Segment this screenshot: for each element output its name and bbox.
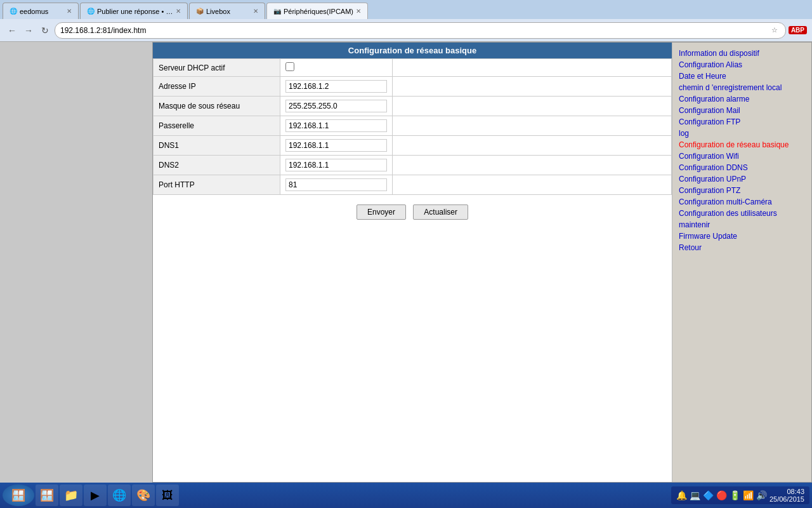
form-input-cell (280, 136, 393, 156)
signal-icon[interactable]: 📶 (743, 490, 754, 491)
sidebar-link[interactable]: Configuration alarme (679, 93, 805, 105)
taskbar-icon-0[interactable]: 🪟 (36, 485, 58, 491)
form-input-1[interactable] (285, 80, 387, 93)
abp-badge[interactable]: ABP (789, 26, 807, 34)
sidebar-link[interactable]: Information du dispositif (679, 48, 805, 59)
bookmark-star-icon[interactable]: ☆ (769, 25, 780, 36)
taskbar: 🪟 🪟📁▶🌐🎨🖼 🔔 💻 🔷 🔴 🔋 📶 🔊 08:43 25/06/2015 (0, 483, 812, 491)
browser-tab-tab4[interactable]: 📷 Périphériques(IPCAM) ✕ (266, 3, 368, 19)
taskbar-icon-3[interactable]: 🌐 (108, 485, 131, 491)
volume-icon[interactable]: 🔊 (756, 490, 767, 491)
form-input-2[interactable] (285, 100, 387, 112)
form-label: DNS2 (154, 156, 280, 175)
tab-close-icon[interactable]: ✕ (67, 8, 72, 15)
form-title: Configuration de réseau basique (153, 43, 672, 58)
form-input-5[interactable] (285, 159, 387, 171)
taskbar-icon-5[interactable]: 🖼 (156, 485, 179, 491)
sidebar-link[interactable]: Date et Heure (679, 70, 805, 82)
form-input-6[interactable] (285, 178, 387, 191)
taskbar-icon-2[interactable]: ▶ (84, 485, 107, 491)
main-area: Configuration de réseau basique Serveur … (152, 42, 812, 483)
form-extra-cell (393, 175, 672, 195)
battery-icon[interactable]: 🔋 (730, 490, 740, 491)
form-extra-cell (393, 116, 672, 136)
form-row: Adresse IP (154, 77, 672, 97)
form-input-cell (280, 97, 393, 116)
form-input-cell (280, 175, 393, 195)
dhcp-checkbox[interactable] (285, 62, 294, 71)
clock-area: 08:43 25/06/2015 (769, 488, 804, 491)
taskbar-icon-1[interactable]: 📁 (60, 485, 82, 491)
form-label: Adresse IP (154, 77, 280, 97)
browser-tab-tab2[interactable]: 🌐 Publier une réponse • For... ✕ (80, 3, 188, 19)
browser-tab-tab1[interactable]: 🌐 eedomus ✕ (3, 3, 79, 19)
start-button[interactable]: 🪟 (3, 485, 34, 491)
sidebar-link[interactable]: Configuration Mail (679, 105, 805, 116)
form-extra-cell (393, 97, 672, 116)
left-spacer (0, 42, 152, 483)
antivirus-icon[interactable]: 🔴 (716, 490, 727, 491)
tab-label: Livebox (206, 8, 230, 15)
form-label: DNS1 (154, 136, 280, 156)
form-extra-cell (393, 77, 672, 97)
sidebar-link[interactable]: Configuration multi-Caméra (679, 196, 805, 208)
address-box: ☆ (55, 22, 786, 39)
back-button[interactable]: ← (5, 23, 19, 37)
sidebar-link[interactable]: Configuration PTZ (679, 185, 805, 196)
tab-label: Périphériques(IPCAM) (284, 8, 353, 15)
address-bar-row: ← → ↻ ☆ ABP (0, 19, 812, 42)
sidebar-link[interactable]: Configuration des utilisateurs (679, 208, 805, 219)
form-label: Passerelle (154, 116, 280, 136)
sidebar: Information du dispositifConfiguration A… (672, 43, 811, 482)
form-row: Serveur DHCP actif (154, 59, 672, 77)
tab-favicon: 🌐 (87, 8, 95, 15)
sidebar-link[interactable]: Configuration Wifi (679, 150, 805, 162)
forward-button[interactable]: → (22, 23, 36, 37)
tab-favicon: 📷 (273, 8, 281, 15)
tab-close-icon[interactable]: ✕ (253, 8, 258, 15)
tab-bar: 🌐 eedomus ✕ 🌐 Publier une réponse • For.… (0, 0, 812, 19)
notification-icon[interactable]: 🔔 (676, 490, 687, 491)
form-input-cell (280, 59, 393, 77)
time-display: 08:43 (787, 488, 804, 491)
sidebar-link[interactable]: Configuration DDNS (679, 162, 805, 173)
reload-button[interactable]: ↻ (38, 23, 52, 37)
form-label: Port HTTP (154, 175, 280, 195)
form-label: Serveur DHCP actif (154, 59, 280, 77)
address-input[interactable] (60, 26, 769, 35)
sidebar-link[interactable]: Firmware Update (679, 231, 805, 242)
browser-chrome: 🌐 eedomus ✕ 🌐 Publier une réponse • For.… (0, 0, 812, 42)
browser-tab-tab3[interactable]: 📦 Livebox ✕ (189, 3, 265, 19)
tab-close-icon[interactable]: ✕ (176, 8, 181, 15)
form-extra-cell (393, 136, 672, 156)
form-table: Serveur DHCP actif Adresse IP Masque de … (153, 58, 672, 195)
form-input-cell (280, 116, 393, 136)
sidebar-link[interactable]: Configuration UPnP (679, 173, 805, 185)
form-input-4[interactable] (285, 139, 387, 152)
form-input-cell (280, 77, 393, 97)
form-extra-cell (393, 156, 672, 175)
sidebar-link[interactable]: log (679, 128, 805, 139)
sidebar-link[interactable]: chemin d 'enregistrement local (679, 82, 805, 93)
tab-close-icon[interactable]: ✕ (356, 8, 361, 15)
sidebar-link[interactable]: Retour (679, 242, 805, 253)
form-buttons: Envoyer Actualiser (153, 195, 672, 229)
bluetooth-icon[interactable]: 🔷 (703, 490, 714, 491)
sidebar-link[interactable]: maintenir (679, 219, 805, 231)
form-input-3[interactable] (285, 119, 387, 132)
sidebar-link[interactable]: Configuration FTP (679, 116, 805, 128)
sidebar-link[interactable]: Configuration de réseau basique (679, 139, 805, 150)
sidebar-link[interactable]: Configuration Alias (679, 59, 805, 70)
form-label: Masque de sous réseau (154, 97, 280, 116)
network-icon[interactable]: 💻 (690, 490, 700, 491)
form-input-cell (280, 156, 393, 175)
tab-label: eedomus (20, 8, 48, 15)
page-content: Configuration de réseau basique Serveur … (0, 42, 812, 483)
submit-button[interactable]: Envoyer (357, 204, 406, 220)
refresh-button[interactable]: Actualiser (413, 204, 468, 220)
form-section: Configuration de réseau basique Serveur … (153, 43, 672, 482)
tab-favicon: 🌐 (10, 8, 17, 15)
tab-favicon: 📦 (196, 8, 204, 15)
taskbar-icon-4[interactable]: 🎨 (132, 485, 155, 491)
form-row: Port HTTP (154, 175, 672, 195)
